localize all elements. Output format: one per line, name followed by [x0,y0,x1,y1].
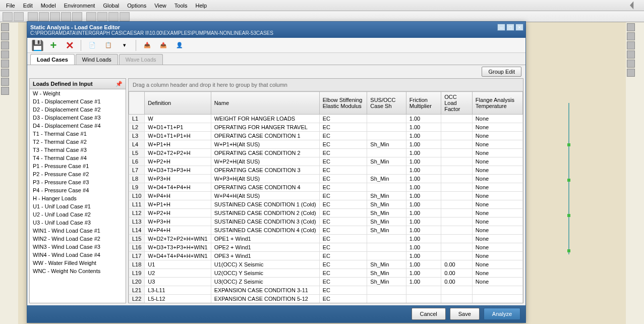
cell[interactable]: W+D2+T2+P2+H+WIN1 [145,235,211,243]
add-icon[interactable]: + [46,39,61,52]
load-item[interactable]: U3 - Unif Load Case #3 [30,219,126,227]
cell[interactable]: Sh_Min [367,209,406,218]
cell[interactable]: EC [319,252,367,260]
cell[interactable] [441,200,473,209]
cell[interactable]: None [472,226,522,235]
table-row[interactable]: L2W+D1+T1+P1OPERATING FOR HANGER TRAVELE… [129,123,523,132]
cell[interactable]: L9 [129,183,145,192]
cell[interactable]: OPERATING CASE CONDITION 3 [211,166,319,175]
cell[interactable]: Sh_Min [367,278,406,286]
tool-icon[interactable] [1,23,9,31]
cell[interactable]: Sh_Min [367,226,406,235]
column-header[interactable]: Name [211,92,319,115]
cell[interactable]: None [472,269,522,278]
cell[interactable]: W+D4+T4+P4+H+WIN1 [145,252,211,260]
tool-icon[interactable] [627,60,635,68]
cell[interactable] [441,235,473,243]
load-item[interactable]: WIN4 - Wind Load Case #4 [30,251,126,259]
column-header[interactable] [129,92,145,115]
save-button[interactable]: Save [450,308,480,320]
load-item[interactable]: T4 - Thermal Case #4 [30,154,126,162]
cell[interactable]: W+P1+H [145,140,211,149]
cell[interactable]: 1.00 [406,252,441,260]
cell[interactable]: W+D1+T1+P1 [145,123,211,132]
cell[interactable]: SUSTAINED CASE CONDITION 3 (Cold) [211,218,319,226]
toolbar-button[interactable] [28,12,38,21]
cell[interactable]: None [472,278,522,286]
tool-icon[interactable] [1,78,9,86]
cell[interactable] [441,123,473,132]
cell[interactable]: Sh_Min [367,269,406,278]
cell[interactable]: 1.00 [406,260,441,269]
cell[interactable]: 1.00 [406,209,441,218]
cell[interactable]: 1.00 [406,157,441,166]
cell[interactable]: OPERATING CASE CONDITION 4 [211,183,319,192]
cell[interactable]: L10 [129,192,145,200]
cell[interactable]: W+P3+H(Alt SUS) [211,175,319,183]
cell[interactable]: W+P3+H [145,175,211,183]
cell[interactable]: 1.00 [406,166,441,175]
table-row[interactable]: L12W+P2+HSUSTAINED CASE CONDITION 2 (Col… [129,209,523,218]
export-icon[interactable]: 📤 [156,39,170,52]
load-item[interactable]: D4 - Displacement Case #4 [30,122,126,130]
copy-icon[interactable]: 📄 [85,39,99,52]
cell[interactable] [441,149,473,157]
cell[interactable]: EC [319,200,367,209]
table-row[interactable]: L6W+P2+HW+P2+H(Alt SUS)ECSh_Min1.00None [129,157,523,166]
cell[interactable] [441,183,473,192]
cell[interactable]: EC [319,278,367,286]
tool-icon[interactable] [1,60,9,68]
load-item[interactable]: T2 - Thermal Case #2 [30,138,126,146]
cell[interactable]: 0.00 [441,260,473,269]
cell[interactable] [441,218,473,226]
cell[interactable]: U1 [145,260,211,269]
toolbar-button[interactable] [108,12,119,21]
toolbar-button[interactable] [14,12,24,21]
load-item[interactable]: P4 - Pressure Case #4 [30,186,126,194]
cell[interactable]: OPERATING CASE CONDITION 2 [211,149,319,157]
cell[interactable]: W+D3+T3+P3+H [145,166,211,175]
menu-model[interactable]: Model [37,1,60,10]
cell[interactable]: L13 [129,218,145,226]
cell[interactable] [472,286,522,295]
cell[interactable]: L11 [129,200,145,209]
tab-wind-loads[interactable]: Wind Loads [76,54,118,65]
load-item[interactable]: P1 - Pressure Case #1 [30,162,126,170]
dropdown-icon[interactable]: ▾ [118,39,132,52]
cell[interactable]: L3-L11 [145,286,211,295]
cell[interactable]: Sh_Min [367,218,406,226]
save-icon[interactable]: 💾 [30,39,44,52]
cell[interactable]: OPE3 + Wind1 [211,252,319,260]
cell[interactable]: EC [319,115,367,123]
tab-load-cases[interactable]: Load Cases [30,54,75,65]
cell[interactable]: W+D3+T3+P3+H+WIN1 [145,243,211,252]
table-row[interactable]: L9W+D4+T4+P4+HOPERATING CASE CONDITION 4… [129,183,523,192]
menu-view[interactable]: View [150,1,170,10]
cell[interactable]: 1.00 [406,132,441,140]
table-row[interactable]: L15W+D2+T2+P2+H+WIN1OPE1 + Wind1EC1.00No… [129,235,523,243]
cell[interactable] [367,149,406,157]
cell[interactable]: None [472,192,522,200]
cell[interactable]: 0.00 [441,278,473,286]
cell[interactable]: EC [319,209,367,218]
table-row[interactable]: L18U1U1(OCC) X SeismicECSh_Min1.000.00No… [129,260,523,269]
group-edit-button[interactable]: Group Edit [482,67,521,77]
cell[interactable]: SUSTAINED CASE CONDITION 1 (Cold) [211,200,319,209]
cell[interactable] [441,115,473,123]
cell[interactable]: EC [319,226,367,235]
table-row[interactable]: L17W+D4+T4+P4+H+WIN1OPE3 + Wind1EC1.00No… [129,252,523,260]
table-row[interactable]: L8W+P3+HW+P3+H(Alt SUS)ECSh_Min1.00None [129,175,523,183]
cell[interactable]: W+P4+H(Alt SUS) [211,192,319,200]
table-row[interactable]: L21L3-L11EXPANSION CASE CONDITION 3-11EC [129,286,523,295]
cell[interactable]: None [472,175,522,183]
menu-options[interactable]: Options [123,1,150,10]
cell[interactable]: EC [319,218,367,226]
cell[interactable]: EC [319,123,367,132]
cell[interactable]: Sh_Min [367,140,406,149]
cell[interactable]: None [472,140,522,149]
cell[interactable]: L17 [129,252,145,260]
cell[interactable]: W+D1+T1+P1+H [145,132,211,140]
cell[interactable]: W+D2+T2+P2+H [145,149,211,157]
cell[interactable]: EC [319,149,367,157]
run-analysis-icon[interactable]: 👤 [172,39,187,52]
